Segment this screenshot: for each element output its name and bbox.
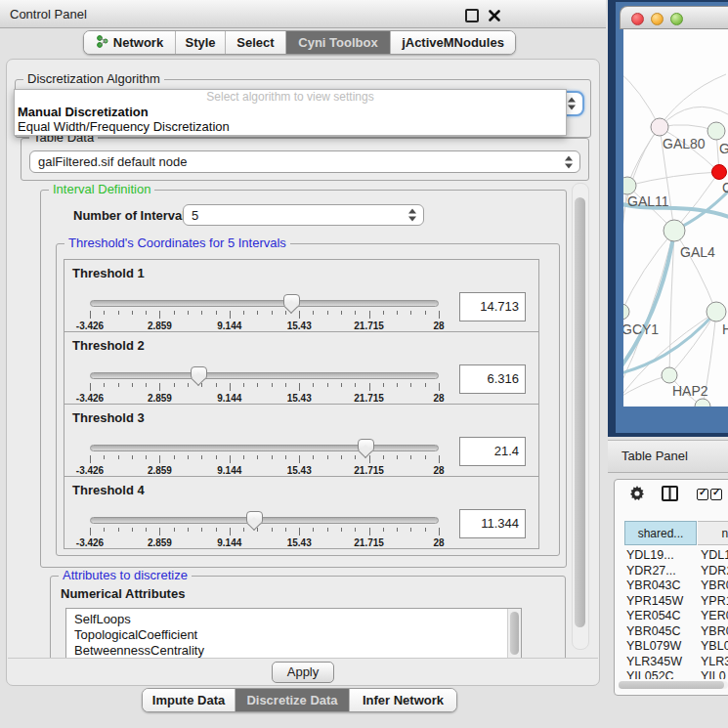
close-icon[interactable] xyxy=(489,8,500,20)
column-layout-icon[interactable] xyxy=(662,486,678,505)
tab-select[interactable]: Select xyxy=(226,31,286,54)
slider-ticks xyxy=(90,528,439,536)
table-row[interactable]: YER054CYER0 xyxy=(624,609,728,624)
tab-jactivemnodules[interactable]: jActiveMNodules xyxy=(391,31,515,54)
node-label: GA xyxy=(719,141,728,156)
node-gal11[interactable] xyxy=(623,177,636,194)
close-traffic-light-icon[interactable] xyxy=(631,13,644,25)
node-gal80[interactable] xyxy=(651,118,668,136)
select-all-checkbox-icon[interactable] xyxy=(697,489,708,500)
slider-thumb[interactable] xyxy=(358,439,374,452)
threshold-3-label: Threshold 3 xyxy=(72,410,145,425)
table-panel: shared... name YDL19...YDL1 YDR27...YDR2… xyxy=(614,479,728,696)
slider-thumb[interactable] xyxy=(283,294,300,308)
table-row[interactable]: YIL052CYIL0 xyxy=(624,669,728,679)
numerical-attributes-list[interactable]: SelfLoops TopologicalCoefficient Between… xyxy=(65,608,522,661)
list-item[interactable]: BetweennessCentrality xyxy=(66,643,521,659)
threshold-3-value[interactable]: 21.4 xyxy=(459,437,526,466)
table-row[interactable]: YLR345WYLR3 xyxy=(624,655,728,670)
network-icon xyxy=(96,35,108,51)
table-row[interactable]: YDR27...YDR2 xyxy=(624,564,728,579)
slider-ticks xyxy=(90,311,439,320)
network-canvas[interactable]: GAL80 GA C GAL11 GAL4 GCY1 H HAP2 xyxy=(623,29,728,407)
table-row[interactable]: YBL079WYBL0 xyxy=(624,639,728,655)
gear-icon[interactable] xyxy=(629,486,645,505)
popup-item-manual-discretization[interactable]: Manual Discretization xyxy=(15,105,566,119)
tab-infer-network[interactable]: Infer Network xyxy=(350,689,456,711)
number-of-intervals-label: Number of Intervals xyxy=(73,208,193,223)
threshold-2-panel: Threshold 2 -3.4262.8599.14415.4321.7152… xyxy=(64,331,539,405)
node-label: HAP2 xyxy=(672,383,708,399)
tab-cyni-toolbox[interactable]: Cyni Toolbox xyxy=(286,31,391,54)
algorithm-popup: Select algorithm to view settings Manual… xyxy=(14,89,567,136)
apply-bar: Apply xyxy=(8,658,598,684)
threshold-2-value[interactable]: 6.316 xyxy=(459,364,526,394)
table-row[interactable]: YBR043CYBR0 xyxy=(624,578,728,594)
float-window-icon[interactable] xyxy=(465,9,479,22)
network-graph: GAL80 GA C GAL11 GAL4 GCY1 H HAP2 xyxy=(623,29,728,407)
minimize-traffic-light-icon[interactable] xyxy=(651,13,664,25)
table-row[interactable]: YBR045CYBR0 xyxy=(624,624,728,640)
slider-thumb[interactable] xyxy=(246,511,263,525)
combo-arrows-icon xyxy=(565,155,573,168)
node-red-selected[interactable] xyxy=(712,165,727,180)
tab-network[interactable]: Network xyxy=(84,31,176,54)
threshold-1-value[interactable]: 14.713 xyxy=(459,292,526,321)
threshold-3-slider[interactable]: -3.4262.8599.14415.4321.71528 xyxy=(90,442,439,475)
threshold-2-slider[interactable]: -3.4262.8599.14415.4321.71528 xyxy=(90,369,439,403)
threshold-1-panel: Threshold 1 -3.4262.8599.14415.4321.7152… xyxy=(64,259,539,332)
settings-scrollbar[interactable] xyxy=(572,183,589,650)
numerical-attributes-heading: Numerical Attributes xyxy=(61,586,185,601)
threshold-1-label: Threshold 1 xyxy=(72,266,145,280)
threshold-4-slider[interactable]: -3.4262.8599.14415.4321.71528 xyxy=(90,514,439,547)
network-window-titlebar[interactable] xyxy=(620,6,728,29)
table-panel-title: Table Panel xyxy=(621,449,688,463)
node-label: H xyxy=(722,321,728,337)
tab-discretize-data[interactable]: Discretize Data xyxy=(236,689,350,711)
node-label: C xyxy=(722,180,728,195)
node-partial[interactable] xyxy=(695,399,710,407)
threshold-3-panel: Threshold 3 -3.4262.8599.14415.4321.7152… xyxy=(64,404,539,477)
table-row[interactable]: YPR145WYPR1 xyxy=(624,594,728,610)
threshold-1-slider[interactable]: -3.4262.8599.14415.4321.71528 xyxy=(90,297,439,330)
tab-impute-data[interactable]: Impute Data xyxy=(143,689,236,711)
table-horizontal-scrollbar[interactable] xyxy=(619,681,728,689)
select-none-checkbox-icon[interactable] xyxy=(710,489,722,500)
list-scrollbar[interactable] xyxy=(507,609,521,660)
threshold-4-value[interactable]: 11.344 xyxy=(459,509,526,538)
slider-track[interactable] xyxy=(90,300,439,307)
zoom-traffic-light-icon[interactable] xyxy=(670,13,683,25)
tab-style[interactable]: Style xyxy=(176,31,226,54)
cyni-bottom-tabs: Impute Data Discretize Data Infer Networ… xyxy=(142,688,457,712)
table-row[interactable]: YDL19...YDL1 xyxy=(624,548,728,564)
popup-item-equal-width-frequency[interactable]: Equal Width/Frequency Discretization xyxy=(15,119,566,134)
slider-track[interactable] xyxy=(90,372,439,379)
slider-track[interactable] xyxy=(90,517,439,524)
table-panel-titlebar: Table Panel xyxy=(608,440,728,473)
threshold-4-panel: Threshold 4 -3.4262.8599.14415.4321.7152… xyxy=(64,476,539,549)
node-label: GAL11 xyxy=(627,193,669,209)
slider-thumb[interactable] xyxy=(191,366,207,380)
table-data-combobox[interactable]: galFiltered.sif default node xyxy=(29,150,580,173)
node-gcy1[interactable] xyxy=(623,304,629,320)
network-window: GAL80 GA C GAL11 GAL4 GCY1 H HAP2 xyxy=(608,0,728,437)
node-ga[interactable] xyxy=(707,122,725,140)
node-label: GAL4 xyxy=(680,244,715,260)
slider-track[interactable] xyxy=(90,445,439,451)
list-item[interactable]: TopologicalCoefficient xyxy=(66,627,521,643)
column-header-shared-name[interactable]: shared... xyxy=(624,521,697,545)
node-label: GAL80 xyxy=(663,136,706,151)
node-gal4[interactable] xyxy=(664,220,685,241)
control-panel-title: Control Panel xyxy=(10,7,87,21)
table-data-group: Table Data galFiltered.sif default node xyxy=(21,138,589,181)
list-item[interactable]: SelfLoops xyxy=(66,612,521,627)
number-of-intervals-combobox[interactable]: 5 xyxy=(183,204,424,226)
column-header-name[interactable]: name xyxy=(698,521,728,545)
slider-ticks xyxy=(90,455,439,464)
node-hap2[interactable] xyxy=(662,367,677,383)
node-h[interactable] xyxy=(707,302,726,321)
interval-definition-group: Interval Definition Number of Intervals … xyxy=(40,190,567,568)
table-data-value: galFiltered.sif default node xyxy=(38,154,187,169)
apply-button[interactable]: Apply xyxy=(272,662,334,683)
table-header-row: shared... name xyxy=(615,521,728,545)
